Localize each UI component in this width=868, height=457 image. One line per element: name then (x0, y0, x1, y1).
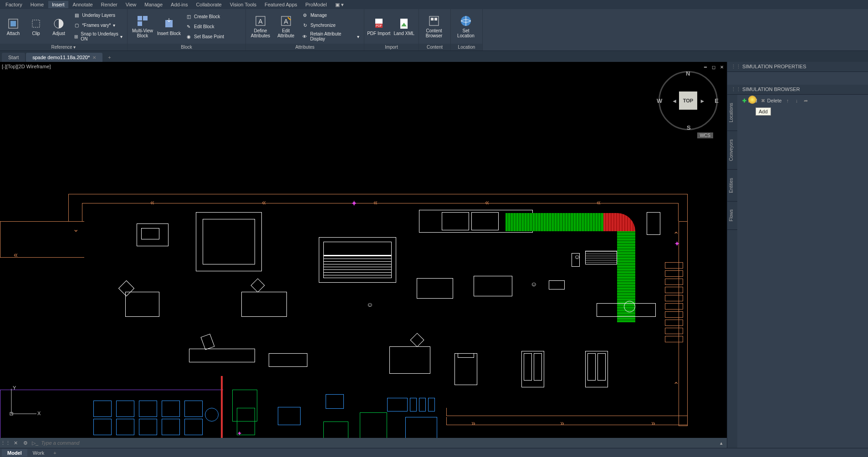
edit-attribute-button[interactable]: A Edit Attribute (274, 11, 298, 42)
command-input[interactable] (41, 440, 715, 446)
svg-rect-17 (431, 18, 434, 20)
svg-rect-4 (138, 16, 142, 20)
cmdline-handle-icon[interactable]: ⋮⋮ (2, 439, 9, 447)
tab-flows[interactable]: Flows (727, 201, 737, 230)
simulation-properties-header[interactable]: ⋮⋮ SIMULATION PROPERTIES (727, 62, 868, 72)
land-xml-button[interactable]: Land XML (393, 11, 416, 42)
menu-view[interactable]: View (122, 1, 140, 8)
tab-entities[interactable]: Entities (727, 170, 737, 202)
tab-spade-demo[interactable]: spade demo11.18a.2020* ✕ (26, 53, 102, 62)
ribbon: Attach Clip Adjust ▤Underlay Layers ▢*Fr… (0, 9, 868, 51)
viewcube-west[interactable]: W (657, 97, 662, 104)
adjust-button[interactable]: Adjust (48, 11, 69, 42)
edit-block-button[interactable]: ✎Edit Block (183, 22, 226, 31)
arrow-icon: » (471, 419, 475, 427)
menu-manage[interactable]: Manage (141, 1, 166, 8)
menu-annotate[interactable]: Annotate (69, 1, 97, 8)
menu-home[interactable]: Home (27, 1, 47, 8)
underlay-layers-button[interactable]: ▤Underlay Layers (71, 10, 124, 20)
content-browser-icon (428, 15, 440, 27)
tab-model[interactable]: Model (2, 449, 27, 457)
viewcube-east[interactable]: E (715, 97, 719, 104)
viewcube-north[interactable]: N (686, 70, 690, 77)
menu-promodel[interactable]: ProModel (302, 1, 331, 8)
view-cube[interactable]: TOP N S E W ◂ ▸ (659, 71, 718, 130)
define-attributes-button[interactable]: A Define Attributes (249, 11, 272, 42)
retain-attr-display-dropdown[interactable]: 👁Retain Attribute Display ▾ (300, 30, 361, 42)
menu-insert[interactable]: Insert (48, 1, 68, 8)
cmdline-prompt-icon: ▷_ (32, 440, 38, 446)
insert-block-button[interactable]: Insert Block (157, 11, 181, 42)
tab-locations[interactable]: Locations (727, 95, 737, 131)
attach-button[interactable]: Attach (3, 11, 24, 42)
multiview-block-button[interactable]: Multi-View Block (130, 11, 155, 42)
cmdline-history-icon[interactable]: ▴ (718, 439, 725, 447)
move-down-button[interactable]: ↓ (793, 97, 800, 104)
menu-render[interactable]: Render (97, 1, 121, 8)
landxml-icon (398, 17, 410, 30)
svg-text:A: A (258, 18, 263, 25)
create-block-button[interactable]: ◫Create Block (183, 12, 226, 21)
arrow-icon: ⌄ (73, 225, 79, 234)
sync-icon: ↻ (301, 21, 309, 29)
synchronize-button[interactable]: ↻Synchronize (300, 20, 361, 30)
move-up-button[interactable]: ↑ (784, 97, 791, 104)
menu-overflow-icon[interactable]: ▣ ▾ (332, 1, 347, 9)
clip-button[interactable]: Clip (26, 11, 46, 42)
file-tabs: Start spade demo11.18a.2020* ✕ + (0, 51, 868, 62)
person-icon: ☺ (531, 280, 537, 288)
viewport-label[interactable]: [-][Top][2D Wireframe] (2, 64, 51, 69)
close-viewport-icon[interactable]: ✕ (719, 64, 725, 70)
content-browser-button[interactable]: Content Browser (422, 11, 446, 42)
close-icon[interactable]: ✕ (92, 55, 96, 60)
svg-text:A: A (284, 18, 288, 25)
manage-icon: ⚙ (301, 11, 309, 19)
drawing-viewport[interactable]: [-][Top][2D Wireframe] ━ ◻ ✕ TOP N S E W… (0, 62, 727, 448)
marker-icon: ✦ (351, 198, 357, 208)
edit-attr-icon: A (280, 15, 292, 27)
svg-rect-18 (434, 18, 437, 20)
go-button[interactable]: ➦ (802, 97, 809, 104)
svg-rect-5 (143, 16, 148, 20)
simulation-browser-header[interactable]: ⋮⋮ SIMULATION BROWSER (727, 85, 868, 95)
menu-collaborate[interactable]: Collaborate (192, 1, 225, 8)
menu-factory[interactable]: Factory (2, 1, 26, 8)
arrow-icon: « (597, 198, 601, 207)
tab-work[interactable]: Work (27, 449, 50, 457)
layers-icon: ▤ (73, 11, 80, 19)
set-location-button[interactable]: Set Location (454, 11, 478, 42)
adjust-icon (52, 17, 65, 30)
frames-vary-dropdown[interactable]: ▢*Frames vary* ▾ (71, 20, 124, 30)
arrow-icon: » (651, 419, 655, 427)
snap-icon: ⊞ (73, 33, 79, 40)
arrow-icon: « (485, 198, 489, 207)
set-base-point-button[interactable]: ◉Set Base Point (183, 32, 226, 41)
pdf-import-button[interactable]: PDF PDF Import (367, 11, 391, 42)
menu-addins[interactable]: Add-ins (167, 1, 191, 8)
svg-rect-1 (10, 21, 16, 26)
svg-text:X: X (37, 411, 41, 416)
menu-visiontools[interactable]: Vision Tools (226, 1, 260, 8)
marker-icon: ✦ (237, 430, 242, 437)
viewcube-top-face[interactable]: TOP (679, 91, 697, 110)
tab-start[interactable]: Start (2, 53, 25, 62)
command-line[interactable]: ⋮⋮ ✕ ⚙ ▷_ ▴ (0, 438, 727, 448)
delete-icon: ✖ (760, 97, 766, 104)
new-tab-button[interactable]: + (103, 53, 115, 62)
wcs-label[interactable]: WCS (697, 132, 713, 138)
minimize-icon[interactable]: ━ (702, 64, 709, 70)
plus-icon: ✚ (741, 97, 747, 104)
new-layout-button[interactable]: + (50, 449, 60, 457)
maximize-icon[interactable]: ◻ (710, 64, 717, 70)
layout-tabs: Model Work + (0, 448, 868, 457)
cmdline-close-icon[interactable]: ✕ (12, 439, 19, 447)
menu-featuredapps[interactable]: Featured Apps (261, 1, 301, 8)
snap-underlays-dropdown[interactable]: ⊞Snap to Underlays ON ▾ (71, 30, 124, 42)
tab-conveyors[interactable]: Conveyors (727, 131, 737, 170)
frame-icon: ▢ (73, 21, 80, 29)
delete-button[interactable]: ✖ Delete (760, 97, 782, 104)
cmdline-customize-icon[interactable]: ⚙ (22, 439, 29, 447)
ucs-icon[interactable]: Y X (5, 384, 41, 421)
viewcube-south[interactable]: S (687, 124, 691, 131)
manage-attributes-button[interactable]: ⚙Manage (300, 10, 361, 20)
